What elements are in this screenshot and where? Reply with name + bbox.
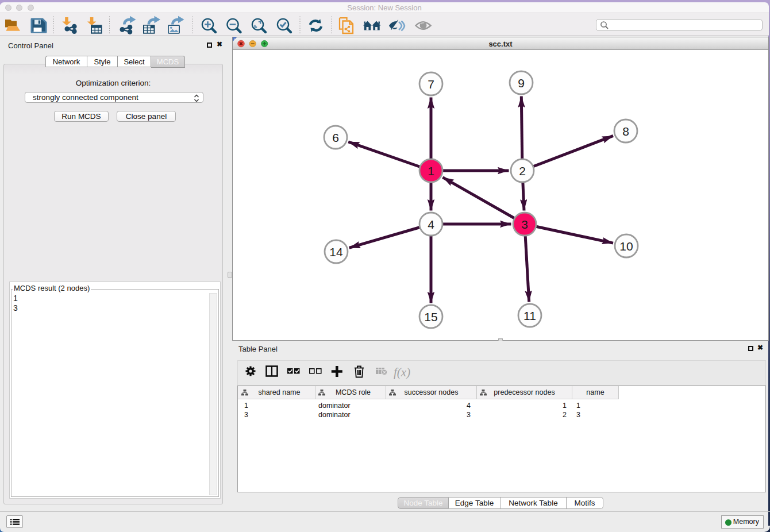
svg-text:8: 8 [622,125,629,138]
svg-text:6: 6 [332,131,339,144]
svg-text:2: 2 [519,164,526,178]
svg-text:7: 7 [428,78,434,91]
svg-text:f(x): f(x) [394,365,410,379]
svg-text:1: 1 [428,164,434,178]
svg-text:11: 11 [523,309,536,322]
svg-text:4: 4 [428,218,434,231]
svg-text:10: 10 [619,240,633,253]
svg-text:3: 3 [521,218,528,231]
svg-text:9: 9 [518,76,525,90]
svg-text:15: 15 [424,310,437,323]
svg-text:14: 14 [329,245,343,259]
